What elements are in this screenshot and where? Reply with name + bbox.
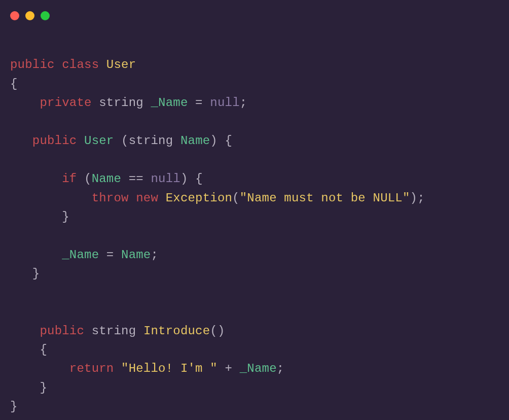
class-name: User [106, 58, 136, 72]
field-name: _Name [151, 96, 188, 110]
keyword-public: public [40, 324, 84, 338]
code-line: { [10, 343, 47, 357]
code-editor: public class User { private string _Name… [0, 24, 509, 420]
brace-close: } [40, 381, 47, 395]
literal-null: null [210, 96, 239, 110]
brace-close: } [10, 400, 18, 413]
paren-open: ( [232, 191, 240, 205]
brace-close: } [62, 210, 69, 224]
keyword-return: return [69, 362, 114, 375]
operator-eq: = [106, 248, 114, 262]
keyword-new: new [136, 191, 158, 205]
keyword-public: public [32, 134, 77, 148]
code-line: if (Name == null) { [10, 172, 203, 186]
paren-close: ) [180, 172, 188, 186]
literal-null: null [151, 172, 180, 186]
semicolon: ; [151, 248, 158, 262]
field-name: _Name [62, 248, 99, 262]
code-line: } [10, 267, 40, 281]
type-string: string [92, 324, 136, 338]
brace-open: { [10, 77, 18, 91]
paren-close: ) [217, 324, 225, 338]
paren-open: ( [84, 172, 92, 186]
close-icon[interactable] [10, 11, 19, 20]
brace-open: { [40, 343, 47, 357]
semicolon: ; [417, 191, 425, 205]
identifier: Name [121, 248, 151, 262]
minimize-icon[interactable] [25, 11, 34, 20]
field-name: _Name [240, 362, 277, 375]
code-line: } [10, 210, 69, 224]
type-string: string [129, 134, 173, 148]
paren-open: ( [121, 134, 129, 148]
keyword-private: private [40, 96, 91, 110]
code-line: public User (string Name) { [10, 134, 232, 148]
code-line: throw new Exception("Name must not be NU… [10, 191, 425, 205]
code-line: return "Hello! I'm " + _Name; [10, 362, 284, 375]
code-line: } [10, 381, 47, 395]
method-name: Introduce [143, 324, 210, 338]
paren-close: ) [410, 191, 418, 205]
param-name: Name [180, 134, 210, 148]
type-string: string [99, 96, 143, 110]
operator-eq: = [195, 96, 203, 110]
semicolon: ; [240, 96, 247, 110]
code-line: } [10, 400, 18, 413]
code-line: private string _Name = null; [10, 96, 247, 110]
code-line: public string Introduce() [10, 324, 225, 338]
string-literal: "Name must not be NULL" [240, 191, 410, 205]
operator-plus: + [225, 362, 233, 375]
keyword-class: class [62, 58, 99, 72]
window-titlebar [0, 0, 509, 24]
code-line: _Name = Name; [10, 248, 158, 262]
maximize-icon[interactable] [41, 11, 50, 20]
brace-open: { [195, 172, 203, 186]
brace-open: { [225, 134, 233, 148]
paren-open: ( [210, 324, 217, 338]
code-line: public class User [10, 58, 136, 72]
keyword-if: if [62, 172, 77, 186]
keyword-public: public [10, 58, 55, 72]
code-line: { [10, 77, 18, 91]
operator-eqeq: == [129, 172, 143, 186]
keyword-throw: throw [92, 191, 129, 205]
exception-type: Exception [166, 191, 232, 205]
semicolon: ; [277, 362, 284, 375]
paren-close: ) [210, 134, 217, 148]
brace-close: } [32, 267, 40, 281]
constructor-name: User [84, 134, 114, 148]
string-literal: "Hello! I'm " [121, 362, 217, 375]
identifier: Name [92, 172, 121, 186]
